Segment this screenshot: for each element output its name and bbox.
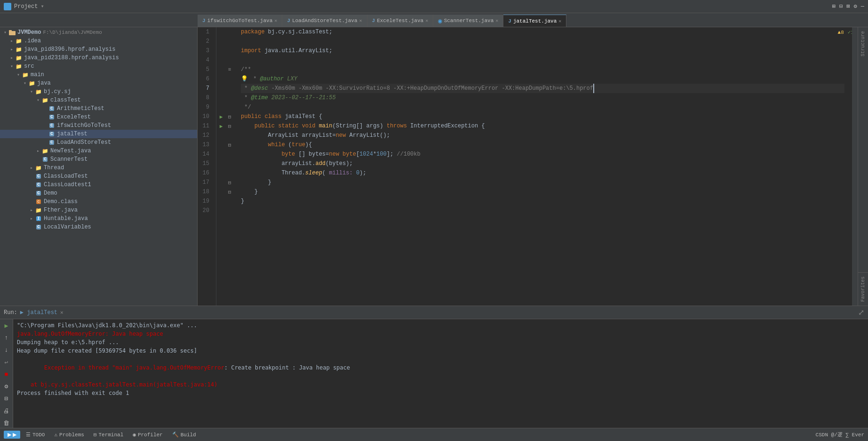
sidebar-item-idea[interactable]: ▸ 📁 .idea	[0, 37, 197, 45]
sidebar-item-classtest[interactable]: ▾ 📁 classTest	[0, 96, 197, 104]
sidebar-item-java[interactable]: ▾ 📁 java	[0, 79, 197, 87]
sidebar-item-huntable[interactable]: ▸ I Huntable.java	[0, 214, 197, 223]
problems-status-item[interactable]: ⚠ Problems	[50, 432, 88, 438]
tab-close-ExceleTest[interactable]: ✕	[425, 18, 428, 24]
tab-icon-j: J	[202, 18, 206, 24]
tree-arrow-pid8396[interactable]: ▸	[8, 47, 15, 52]
tree-arrow-classtest[interactable]: ▾	[35, 97, 41, 103]
tree-label-huntable: Huntable.java	[44, 215, 88, 222]
scroll-down-btn[interactable]: ↓	[1, 346, 12, 355]
stop-btn[interactable]: ■	[1, 370, 12, 379]
scroll-up-btn[interactable]: ↑	[1, 333, 12, 343]
ln-18: 18	[198, 187, 212, 197]
terminal-status-item[interactable]: ⊟ Terminal	[90, 432, 127, 438]
build-status-item[interactable]: 🔨 Build	[168, 432, 200, 438]
sidebar-item-newtest[interactable]: ▸ 📁 NewTest.java	[0, 147, 197, 155]
java-c-icon-demo: C	[35, 190, 42, 197]
sidebar-item-fther[interactable]: ▸ 📁 Fther.java	[0, 206, 197, 214]
gutter-16	[216, 168, 226, 178]
run-close-btn[interactable]: ✕	[60, 309, 64, 315]
title-dropdown-arrow[interactable]: ▾	[40, 3, 44, 10]
tree-label-ifswitchtest: ifswitchGoToTest	[57, 122, 111, 129]
gutter-10[interactable]: ▶	[216, 112, 226, 121]
main-area: ▾ JVMDemo F:\D\jianda\JVMDemo ▸ 📁 .idea …	[0, 27, 868, 306]
java-c-icon-arithmetic: C	[48, 105, 56, 112]
print-btn[interactable]: 🖨	[1, 406, 12, 416]
sidebar-item-scannertest[interactable]: ▸ C ScannerTest	[0, 155, 197, 164]
run-btn-side[interactable]: ▶	[1, 321, 12, 331]
run-button[interactable]: ▶ ▶	[4, 431, 20, 439]
tree-arrow-idea[interactable]: ▸	[8, 38, 15, 44]
tree-path-jvmdemo: F:\D\jianda\JVMDemo	[43, 30, 102, 35]
code-line-14: byte [] bytes=new byte[1024*100]; //100k…	[241, 150, 844, 159]
code-line-1: package bj.cy.sj.classTest;	[241, 27, 844, 37]
gutter-4	[216, 55, 226, 65]
title-project-name: Project	[14, 3, 38, 10]
ln-17: 17	[198, 178, 212, 187]
settings-btn-side[interactable]: ⚙	[1, 382, 12, 391]
bottom-tab-controls: ⤢	[858, 308, 868, 317]
code-area[interactable]: package bj.cy.sj.classTest; import java.…	[233, 27, 852, 306]
toolbar-minimize-icon[interactable]: —	[861, 3, 864, 10]
profiler-status-item[interactable]: ◉ Profiler	[129, 432, 166, 438]
sidebar-item-demo[interactable]: ▸ C Demo	[0, 189, 197, 197]
code-line-7: * @desc -Xms60m -Xmx60m -XX:SurvivorRati…	[241, 84, 844, 93]
tab-ExceleTest[interactable]: J ExceleTest.java ✕	[367, 15, 434, 27]
sidebar-item-classloadtest[interactable]: ▸ C ClassLoadTest	[0, 172, 197, 181]
sidebar-item-loadandstore[interactable]: ▸ C LoadAndStoreTest	[0, 138, 197, 147]
sidebar-item-demo-class[interactable]: ▸ c Demo.class	[0, 197, 197, 206]
tab-ScannerTest[interactable]: ◉ ScannerTest.java ✕	[433, 15, 503, 27]
tree-arrow-bjcysj[interactable]: ▾	[28, 89, 35, 94]
code-line-3: import java.util.ArrayList;	[241, 46, 844, 55]
sidebar-item-arithmetictest[interactable]: ▸ C ArithmeticTest	[0, 104, 197, 113]
tree-arrow-newtest[interactable]: ▸	[35, 148, 41, 154]
tab-close-ScannerTest[interactable]: ✕	[495, 18, 498, 24]
java-c-icon-excele: C	[48, 114, 56, 120]
tab-jatalTest[interactable]: J jatalTest.java ✕	[503, 15, 566, 27]
delete-btn[interactable]: 🗑	[1, 418, 12, 428]
console-line-6: at bj.cy.sj.classTest.jatalTest.main(jat…	[17, 380, 864, 389]
tree-arrow-java[interactable]: ▾	[22, 80, 28, 86]
tab-ifswitchGoToTest[interactable]: J ifswitchGoToTest.java ✕	[198, 15, 282, 27]
sidebar-item-ifswitchtest[interactable]: ▸ C ifswitchGoToTest	[0, 121, 197, 130]
tree-arrow-thread[interactable]: ▸	[28, 165, 35, 171]
rerun-btn[interactable]: ↩	[1, 358, 12, 367]
tree-arrow-pid23188[interactable]: ▸	[8, 55, 15, 61]
fold-18: ⊟	[226, 187, 233, 197]
sidebar-item-thread[interactable]: ▸ 📁 Thread	[0, 164, 197, 172]
sidebar-item-pid23188[interactable]: ▸ 📁 java_pid23188.hprof.analysis	[0, 54, 197, 62]
tree-arrow-fther[interactable]: ▸	[28, 207, 35, 213]
sidebar-item-jataltest[interactable]: ▸ C jatalTest	[0, 130, 197, 138]
favorites-icon[interactable]: Favorites	[860, 276, 866, 302]
toolbar-settings-icon[interactable]: ⚙	[854, 3, 857, 10]
fold-19	[226, 197, 233, 206]
run-file-tab[interactable]: ▶ jatalTest	[20, 309, 57, 316]
toolbar-grid-icon[interactable]: ⊞	[832, 3, 836, 10]
structure-icon[interactable]: Structure	[860, 31, 866, 56]
tab-close-LoadAndStoreTest[interactable]: ✕	[359, 18, 362, 24]
sidebar-item-jvmdemo[interactable]: ▾ JVMDemo F:\D\jianda\JVMDemo	[0, 28, 197, 37]
tab-close-jatalTest[interactable]: ✕	[558, 18, 561, 24]
sidebar-item-src[interactable]: ▾ 📁 src	[0, 62, 197, 71]
scrollbar-right[interactable]	[852, 27, 858, 306]
sidebar-item-bjcysj[interactable]: ▾ 📁 bj.cy.sj	[0, 87, 197, 96]
tree-arrow-jvmdemo[interactable]: ▾	[2, 30, 8, 35]
toolbar-split-h-icon[interactable]: ⊟	[839, 3, 843, 10]
filter-btn[interactable]: ⊟	[1, 394, 12, 403]
maximize-icon[interactable]: ⤢	[858, 308, 864, 317]
sidebar-item-classloadtest1[interactable]: ▸ C ClassLoadtest1	[0, 181, 197, 189]
tab-close-ifswitchGoToTest[interactable]: ✕	[274, 18, 277, 24]
toolbar-split-v-icon[interactable]: ⊠	[846, 3, 850, 10]
tab-LoadAndStoreTest[interactable]: J LoadAndStoreTest.java ✕	[282, 15, 367, 27]
sidebar-item-main[interactable]: ▾ 📁 main	[0, 71, 197, 79]
bottom-panel-main: ▶ ↑ ↓ ↩ ■ ⚙ ⊟ 🖨 🗑 "C:\Program Files\Java…	[0, 319, 868, 428]
sidebar-item-pid8396[interactable]: ▸ 📁 java_pid8396.hprof.analysis	[0, 45, 197, 54]
tree-arrow-main[interactable]: ▾	[15, 72, 22, 78]
sidebar-item-localvariables[interactable]: ▸ C LocalVariables	[0, 223, 197, 231]
sidebar-item-exceletest[interactable]: ▸ C ExceleTest	[0, 113, 197, 121]
gutter-11[interactable]: ▶	[216, 121, 226, 131]
todo-status-item[interactable]: ☰ TODO	[22, 432, 48, 438]
tree-arrow-src[interactable]: ▾	[8, 63, 15, 69]
tree-arrow-huntable[interactable]: ▸	[28, 216, 35, 221]
gutter-8	[216, 93, 226, 102]
